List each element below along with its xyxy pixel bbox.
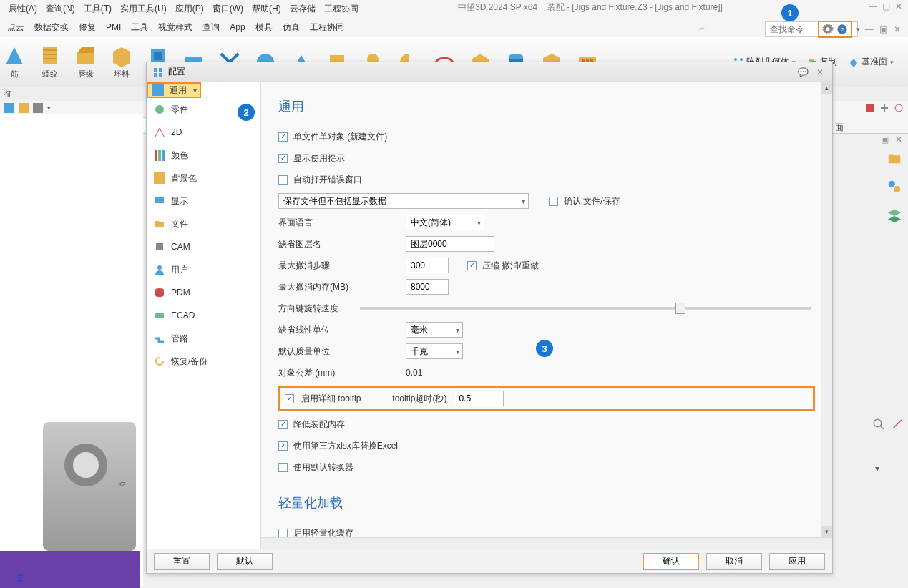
menu-item[interactable]: 属性(A) [6,1,40,16]
apply-button[interactable]: 应用 [769,553,825,570]
close-icon[interactable]: ✕ [894,1,904,11]
category-user[interactable]: 用户 [147,258,260,281]
help-icon[interactable]: ? [836,24,848,35]
category-file[interactable]: 文件 [147,212,260,235]
wand-icon[interactable] [891,418,904,431]
ribbon-tab[interactable]: 模具 [255,21,273,34]
svg-rect-19 [33,103,43,113]
checkbox[interactable] [278,420,288,429]
small-icon[interactable] [879,103,889,113]
category-cam[interactable]: CAM [147,235,260,258]
stock-icon[interactable] [110,44,133,67]
small-icon[interactable] [4,103,14,113]
gear-icon[interactable] [822,24,834,35]
scroll-up-icon[interactable]: ▴ [821,82,832,94]
panel-close-icon[interactable]: ✕ [894,134,904,144]
minimize-icon[interactable]: — [868,1,878,11]
save-mode-select[interactable]: 保存文件但不包括显示数据 [278,193,529,209]
menu-item[interactable]: 窗口(W) [210,1,246,16]
caret-icon[interactable]: ▾ [875,464,879,474]
rib-icon[interactable] [3,44,26,67]
checkbox[interactable] [467,261,477,270]
default-button[interactable]: 默认 [217,553,273,570]
tooltip-timeout-input[interactable] [454,391,504,406]
small-icon[interactable] [894,103,904,113]
category-list: 通用 零件 2D 颜色 背景色 显示 文件 CAM 用户 PDM ECAD 管路… [147,82,261,549]
category-bg[interactable]: 背景色 [147,167,260,190]
category-pipe[interactable]: 管路 [147,327,260,350]
enable-tooltip-checkbox[interactable] [285,394,294,403]
rotate-speed-slider[interactable] [360,307,811,310]
menu-item[interactable]: 应用(P) [172,1,207,16]
slider-thumb[interactable] [675,303,685,314]
settings-panel[interactable]: ▴ ▾ 通用 单文件单对象 (新建文件) 显示使用提示 自动打开错误窗口 保存文… [261,82,832,537]
label: 降低装配内存 [293,418,345,431]
ribbon-tab[interactable]: App [230,22,245,32]
category-backup[interactable]: 恢复/备份 [147,350,260,373]
category-pdm[interactable]: PDM [147,281,260,304]
inner-restore-icon[interactable]: ▣ [879,24,889,34]
mass-unit-select[interactable]: 千克 [406,343,463,359]
folder-icon[interactable] [887,150,902,166]
menu-item[interactable]: 云存储 [287,1,318,16]
category-general[interactable]: 通用 [147,82,201,98]
checkbox[interactable] [278,154,288,163]
ribbon-tab[interactable]: 数据交换 [34,21,69,34]
search-icon[interactable] [872,418,885,431]
ribbon-tab[interactable]: 工具 [131,21,148,34]
inner-minimize-icon[interactable]: — [864,24,874,34]
panel-restore-icon[interactable]: ▣ [879,134,889,144]
ribbon-tab[interactable]: 查询 [202,21,220,34]
ribbon-tab[interactable]: 仿真 [283,21,300,34]
small-icon[interactable] [19,103,29,113]
ribbon-tab[interactable]: 修复 [79,21,96,34]
checkbox[interactable] [278,529,288,538]
assembly-icon[interactable] [887,179,902,195]
menu-item[interactable]: 工程协同 [321,1,361,16]
undo-memory-input[interactable] [406,279,449,295]
dialog-close-icon[interactable]: ✕ [814,66,826,79]
ribbon-tab[interactable]: PMI [106,22,121,32]
horizontal-scrollbar[interactable] [261,537,832,549]
layer-name-input[interactable] [406,236,494,252]
feedback-icon[interactable]: 💬 [796,66,809,79]
reset-button[interactable]: 重置 [154,553,210,570]
checkbox[interactable] [278,132,288,142]
category-color[interactable]: 颜色 [147,144,260,167]
collapse-icon[interactable]: ︿ [698,21,707,34]
checkbox[interactable] [278,463,288,472]
checkbox[interactable] [549,197,558,206]
dialog-footer: 重置 默认 确认 取消 应用 [147,549,832,573]
checkbox[interactable] [278,175,288,185]
cancel-button[interactable]: 取消 [706,553,762,570]
menu-item[interactable]: 实用工具(U) [117,1,170,16]
category-display[interactable]: 显示 [147,190,260,212]
lip-icon[interactable] [74,44,97,67]
category-2d[interactable]: 2D [147,121,260,144]
backup-icon [154,356,165,367]
undo-steps-input[interactable] [406,258,449,273]
small-icon[interactable] [865,103,875,113]
language-select[interactable]: 中文(简体) [406,215,484,230]
ribbon-tab[interactable]: 工程协同 [310,21,344,34]
caret-icon[interactable]: ▾ [856,26,860,33]
small-icon[interactable] [33,103,43,113]
ribbon-tab[interactable]: 点云 [7,21,24,34]
datum-button[interactable]: 基准面▾ [849,56,894,68]
thread-icon[interactable] [39,44,62,67]
category-ecad[interactable]: ECAD [147,304,260,327]
linear-unit-select[interactable]: 毫米 [406,322,463,338]
inner-close-icon[interactable]: ✕ [892,24,902,34]
viewport[interactable] [0,114,143,587]
restore-icon[interactable]: ▢ [881,1,891,11]
menu-item[interactable]: 查询(N) [43,1,78,16]
ok-button[interactable]: 确认 [643,553,699,570]
svg-rect-28 [162,150,165,161]
menu-item[interactable]: 帮助(H) [249,1,284,16]
ribbon-tab[interactable]: 视觉样式 [158,21,192,34]
menu-item[interactable]: 工具(T) [81,1,114,16]
scrollbar[interactable]: ▴ ▾ [821,82,832,537]
checkbox[interactable] [278,441,288,451]
layer-icon[interactable] [887,207,902,223]
scroll-down-icon[interactable]: ▾ [821,526,832,537]
